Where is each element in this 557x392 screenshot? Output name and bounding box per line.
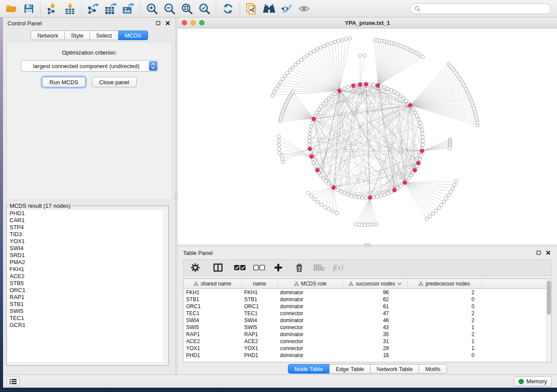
network-leaf-node[interactable] xyxy=(341,38,344,41)
network-leaf-node[interactable] xyxy=(453,183,457,186)
network-leaf-node[interactable] xyxy=(294,63,297,67)
mcds-result-item[interactable]: TEC1 xyxy=(7,315,167,322)
network-mcds-hub-node[interactable] xyxy=(376,83,380,87)
first-neighbors-button[interactable] xyxy=(260,1,278,16)
network-leaf-node[interactable] xyxy=(271,94,274,97)
table-cell[interactable]: 0 xyxy=(407,352,481,359)
mcds-result-item[interactable]: YOX1 xyxy=(7,238,167,245)
table-cell[interactable]: ACE2 xyxy=(183,338,242,345)
table-cell[interactable]: dominator xyxy=(277,296,343,303)
network-leaf-node[interactable] xyxy=(322,44,326,48)
table-cell[interactable]: PHD1 xyxy=(242,352,277,359)
criterion-dropdown[interactable]: largest connected component (undirected) xyxy=(21,60,158,72)
table-cell[interactable]: 46 xyxy=(343,317,407,324)
network-mcds-hub-node[interactable] xyxy=(364,82,368,86)
mcds-result-item[interactable]: CAR1 xyxy=(7,217,167,224)
network-node[interactable] xyxy=(421,136,425,139)
network-window-titlebar[interactable]: YPA_prune.txt_1 xyxy=(178,17,557,28)
network-mcds-hub-node[interactable] xyxy=(420,149,424,153)
table-scrollbar-thumb[interactable] xyxy=(547,281,551,315)
export-image-button[interactable] xyxy=(120,1,137,16)
network-mcds-hub-node[interactable] xyxy=(351,84,355,88)
network-node[interactable] xyxy=(372,196,375,199)
network-node[interactable] xyxy=(324,179,328,183)
apply-layout-button[interactable] xyxy=(219,1,237,16)
network-leaf-node[interactable] xyxy=(442,200,446,203)
network-leaf-node[interactable] xyxy=(273,90,276,94)
table-cell[interactable]: dominator xyxy=(277,317,343,324)
network-node[interactable] xyxy=(399,184,402,188)
network-node[interactable] xyxy=(333,92,336,96)
table-cell[interactable] xyxy=(481,296,547,303)
network-node[interactable] xyxy=(327,182,330,186)
network-leaf-node[interactable] xyxy=(437,206,440,210)
network-mcds-hub-node[interactable] xyxy=(408,103,412,107)
network-leaf-node[interactable] xyxy=(310,194,313,198)
column-header-name[interactable]: name xyxy=(242,279,277,289)
table-row[interactable]: PHD1PHD1dominator180 xyxy=(183,352,547,359)
table-cell[interactable]: YOX1 xyxy=(242,345,277,352)
table-panel-close-button[interactable] xyxy=(545,249,552,256)
table-cell[interactable]: SWI4 xyxy=(242,317,277,324)
network-leaf-node[interactable] xyxy=(449,190,453,193)
table-cell[interactable]: FKH1 xyxy=(242,289,277,296)
table-cell[interactable]: 2 xyxy=(407,310,481,317)
column-header-predecessor-nodes[interactable]: predecessor nodes xyxy=(407,279,481,289)
network-leaf-node[interactable] xyxy=(277,135,280,138)
table-cell[interactable] xyxy=(481,338,547,345)
network-node[interactable] xyxy=(393,90,396,93)
mcds-result-item[interactable]: ORC1 xyxy=(7,287,167,294)
network-leaf-node[interactable] xyxy=(451,186,454,190)
network-leaf-node[interactable] xyxy=(313,197,316,201)
table-cell[interactable]: connector xyxy=(277,345,343,352)
table-cell[interactable]: 2 xyxy=(407,331,481,338)
mcds-result-scrollbar[interactable] xyxy=(163,209,168,363)
table-cell[interactable]: ORC1 xyxy=(242,303,277,310)
export-table-button[interactable] xyxy=(102,1,120,16)
network-node[interactable] xyxy=(402,96,405,100)
tab-network-table[interactable]: Network Table xyxy=(370,364,419,374)
network-node[interactable] xyxy=(418,158,422,161)
network-node[interactable] xyxy=(317,108,321,111)
table-cell[interactable]: dominator xyxy=(277,289,343,296)
table-cell[interactable]: dominator xyxy=(277,352,343,359)
table-cell[interactable]: RAP1 xyxy=(242,331,277,338)
network-node[interactable] xyxy=(419,154,423,158)
tab-edge-table[interactable]: Edge Table xyxy=(329,364,370,374)
table-row[interactable]: STB1STB1dominator620 xyxy=(183,296,547,303)
create-column-button[interactable] xyxy=(271,261,286,275)
mcds-result-item[interactable]: PMA2 xyxy=(7,259,167,266)
show-task-history-button[interactable] xyxy=(7,377,20,386)
network-node[interactable] xyxy=(368,83,372,86)
mcds-result-item[interactable]: STB1 xyxy=(7,301,167,308)
network-leaf-node[interactable] xyxy=(320,203,323,206)
network-node[interactable] xyxy=(405,99,408,103)
table-cell[interactable]: 1 xyxy=(407,324,481,331)
table-cell[interactable]: 2 xyxy=(407,317,481,324)
table-cell[interactable]: connector xyxy=(277,310,343,317)
network-leaf-node[interactable] xyxy=(274,87,278,90)
network-mcds-hub-node[interactable] xyxy=(358,83,362,86)
network-leaf-node[interactable] xyxy=(281,77,284,81)
table-row[interactable]: ORC1ORC1dominator610 xyxy=(183,303,547,310)
table-cell[interactable]: dominator xyxy=(277,303,343,310)
table-cell[interactable]: connector xyxy=(277,338,343,345)
table-cell[interactable]: ORC1 xyxy=(183,303,242,310)
table-row[interactable]: TEC1TEC1connector472 xyxy=(183,310,547,317)
network-node[interactable] xyxy=(417,117,420,121)
network-mcds-hub-node[interactable] xyxy=(368,196,372,199)
save-session-button[interactable] xyxy=(20,1,38,16)
table-cell[interactable]: SWI5 xyxy=(183,324,242,331)
column-header-successor-nodes[interactable]: successor nodes xyxy=(343,279,407,289)
network-node[interactable] xyxy=(311,121,314,124)
hide-selected-button[interactable] xyxy=(278,1,295,16)
network-node[interactable] xyxy=(399,94,402,98)
network-mcds-hub-node[interactable] xyxy=(309,155,313,158)
network-node[interactable] xyxy=(421,143,425,147)
network-leaf-node[interactable] xyxy=(288,69,292,72)
mcds-result-item[interactable]: ACE2 xyxy=(7,273,167,280)
table-cell[interactable] xyxy=(481,317,547,324)
tab-mcds[interactable]: MCDS xyxy=(118,31,148,40)
network-node[interactable] xyxy=(308,132,311,135)
zoom-fit-button[interactable] xyxy=(178,1,196,16)
